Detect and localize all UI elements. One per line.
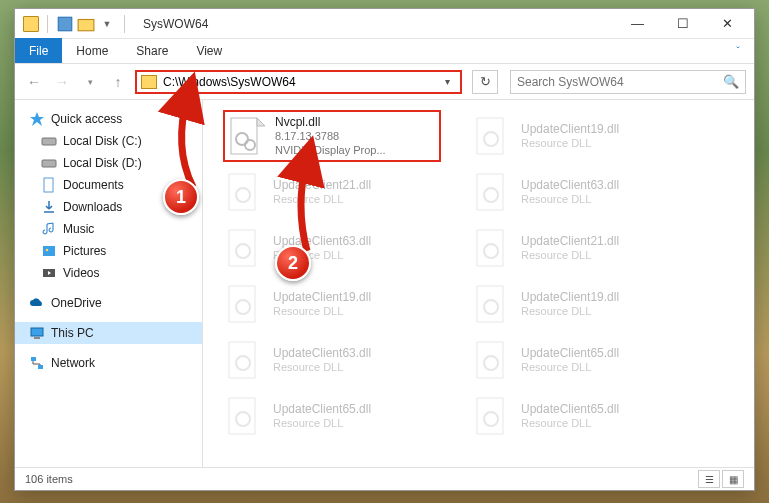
tab-share[interactable]: Share (122, 38, 182, 63)
file-name: UpdateClient21.dll (521, 234, 619, 249)
pictures-icon (41, 243, 57, 259)
dll-icon (471, 395, 513, 437)
dll-icon (471, 171, 513, 213)
file-item-nvcpl[interactable]: Nvcpl.dll 8.17.13.3788 NVIDIA Display Pr… (223, 110, 441, 162)
nav-label: Videos (63, 266, 99, 280)
nav-music[interactable]: Music (15, 218, 202, 240)
close-button[interactable]: ✕ (705, 10, 750, 38)
recent-dropdown[interactable]: ▾ (79, 71, 101, 93)
file-name: UpdateClient65.dll (521, 346, 619, 361)
file-name: UpdateClient65.dll (521, 402, 619, 417)
qat-properties-icon[interactable] (56, 15, 74, 33)
nav-network[interactable]: Network (15, 352, 202, 374)
svg-rect-24 (229, 230, 255, 266)
tab-view[interactable]: View (182, 38, 236, 63)
file-name: UpdateClient19.dll (521, 122, 619, 137)
view-switcher: ☰ ▦ (698, 470, 744, 488)
file-item[interactable]: UpdateClient21.dllResource DLL (223, 166, 441, 218)
nav-label: Local Disk (C:) (63, 134, 142, 148)
search-input[interactable] (517, 75, 723, 89)
file-name: UpdateClient63.dll (273, 346, 371, 361)
navigation-pane: Quick access Local Disk (C:) Local Disk … (15, 100, 203, 467)
view-icons-button[interactable]: ▦ (722, 470, 744, 488)
file-name: UpdateClient19.dll (273, 290, 371, 305)
file-name: UpdateClient63.dll (521, 178, 619, 193)
nav-pictures[interactable]: Pictures (15, 240, 202, 262)
nav-onedrive[interactable]: OneDrive (15, 292, 202, 314)
file-item[interactable]: UpdateClient63.dllResource DLL (471, 166, 689, 218)
svg-rect-11 (34, 337, 40, 339)
nav-this-pc[interactable]: This PC (15, 322, 202, 344)
qat-newfolder-icon[interactable] (77, 15, 95, 33)
tab-file[interactable]: File (15, 38, 62, 63)
dll-icon (471, 115, 513, 157)
up-button[interactable]: ↑ (107, 71, 129, 93)
file-desc: Resource DLL (521, 305, 619, 319)
svg-point-7 (46, 249, 49, 252)
nav-quick-access[interactable]: Quick access (15, 108, 202, 130)
svg-marker-15 (257, 118, 265, 126)
content-pane: Nvcpl.dll 8.17.13.3788 NVIDIA Display Pr… (203, 100, 754, 467)
forward-button[interactable]: → (51, 71, 73, 93)
folder-icon (23, 16, 39, 32)
dll-icon (223, 339, 265, 381)
maximize-button[interactable]: ☐ (660, 10, 705, 38)
dll-icon (223, 227, 265, 269)
qat-dropdown-icon[interactable]: ▼ (98, 15, 116, 33)
search-icon[interactable]: 🔍 (723, 74, 739, 89)
svg-rect-4 (42, 160, 56, 167)
main-area: Quick access Local Disk (C:) Local Disk … (15, 100, 754, 467)
svg-rect-32 (229, 342, 255, 378)
svg-rect-22 (477, 174, 503, 210)
titlebar: ▼ SysWOW64 — ☐ ✕ (15, 9, 754, 39)
dll-icon (223, 171, 265, 213)
nav-label: Local Disk (D:) (63, 156, 142, 170)
nav-downloads[interactable]: Downloads (15, 196, 202, 218)
pc-icon (29, 325, 45, 341)
address-path-box[interactable]: ▾ (135, 70, 462, 94)
back-button[interactable]: ← (23, 71, 45, 93)
file-desc: Resource DLL (521, 193, 619, 207)
svg-rect-6 (43, 246, 55, 256)
refresh-button[interactable]: ↻ (472, 70, 498, 94)
svg-rect-20 (229, 174, 255, 210)
file-desc: Resource DLL (273, 249, 371, 263)
file-desc: Resource DLL (273, 305, 371, 319)
minimize-button[interactable]: — (615, 10, 660, 38)
file-desc: Resource DLL (273, 361, 371, 375)
nav-documents[interactable]: Documents (15, 174, 202, 196)
nav-label: Downloads (63, 200, 122, 214)
svg-marker-2 (30, 112, 44, 126)
file-name: UpdateClient19.dll (521, 290, 619, 305)
nav-localdisk-d[interactable]: Local Disk (D:) (15, 152, 202, 174)
nav-videos[interactable]: Videos (15, 262, 202, 284)
svg-rect-38 (477, 398, 503, 434)
cloud-icon (29, 295, 45, 311)
file-desc: Resource DLL (273, 193, 371, 207)
tab-home[interactable]: Home (62, 38, 122, 63)
drive-icon (41, 133, 57, 149)
address-dropdown-icon[interactable]: ▾ (438, 76, 456, 87)
ribbon-expand-icon[interactable]: ˇ (722, 38, 754, 63)
explorer-window: ▼ SysWOW64 — ☐ ✕ File Home Share View ˇ … (14, 8, 755, 491)
file-item[interactable]: UpdateClient19.dllResource DLL (471, 110, 689, 162)
svg-rect-12 (31, 357, 36, 361)
dll-icon (223, 395, 265, 437)
file-item[interactable]: UpdateClient65.dllResource DLL (471, 334, 689, 386)
address-input[interactable] (163, 75, 438, 89)
dll-icon (471, 227, 513, 269)
file-item[interactable]: UpdateClient63.dllResource DLL (223, 222, 441, 274)
file-item[interactable]: UpdateClient65.dllResource DLL (471, 390, 689, 442)
svg-rect-18 (477, 118, 503, 154)
file-item[interactable]: UpdateClient63.dllResource DLL (223, 334, 441, 386)
nav-localdisk-c[interactable]: Local Disk (C:) (15, 130, 202, 152)
view-details-button[interactable]: ☰ (698, 470, 720, 488)
file-desc: Resource DLL (521, 417, 619, 431)
titlebar-separator (47, 15, 48, 33)
search-box[interactable]: 🔍 (510, 70, 746, 94)
file-item[interactable]: UpdateClient21.dllResource DLL (471, 222, 689, 274)
file-item[interactable]: UpdateClient65.dllResource DLL (223, 390, 441, 442)
file-item[interactable]: UpdateClient19.dllResource DLL (471, 278, 689, 330)
music-icon (41, 221, 57, 237)
file-item[interactable]: UpdateClient19.dllResource DLL (223, 278, 441, 330)
